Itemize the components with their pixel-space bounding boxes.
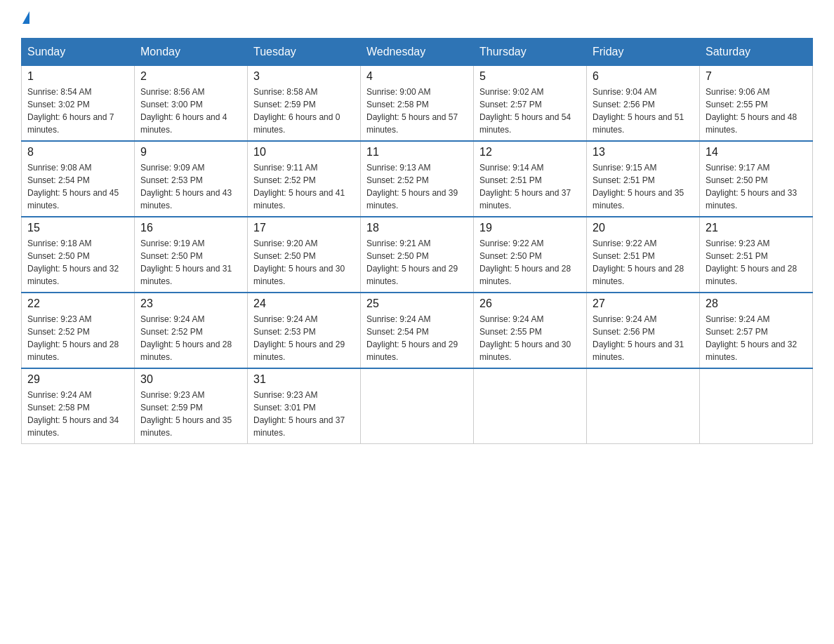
- day-number: 30: [140, 373, 241, 386]
- day-number: 24: [253, 297, 355, 310]
- day-number: 28: [706, 297, 807, 310]
- day-number: 16: [140, 222, 241, 234]
- day-info: Sunrise: 9:18 AMSunset: 2:50 PMDaylight:…: [27, 237, 128, 288]
- day-info: Sunrise: 9:08 AMSunset: 2:54 PMDaylight:…: [27, 161, 128, 212]
- day-number: 10: [253, 146, 355, 159]
- day-number: 4: [366, 70, 468, 83]
- day-number: 1: [27, 70, 128, 83]
- calendar-cell: 15Sunrise: 9:18 AMSunset: 2:50 PMDayligh…: [22, 217, 135, 293]
- calendar-cell: 25Sunrise: 9:24 AMSunset: 2:54 PMDayligh…: [361, 293, 474, 368]
- day-info: Sunrise: 8:58 AMSunset: 2:59 PMDaylight:…: [253, 86, 355, 136]
- day-number: 9: [140, 146, 241, 159]
- day-number: 7: [706, 70, 807, 83]
- day-number: 20: [593, 222, 694, 234]
- calendar-cell: 1Sunrise: 8:54 AMSunset: 3:02 PMDaylight…: [22, 66, 135, 142]
- calendar-cell: 5Sunrise: 9:02 AMSunset: 2:57 PMDaylight…: [474, 66, 587, 142]
- day-info: Sunrise: 9:23 AMSunset: 2:52 PMDaylight:…: [27, 313, 128, 363]
- day-number: 21: [706, 222, 807, 234]
- header-sunday: Sunday: [22, 39, 135, 66]
- day-info: Sunrise: 9:19 AMSunset: 2:50 PMDaylight:…: [140, 237, 241, 288]
- calendar-cell: 31Sunrise: 9:23 AMSunset: 3:01 PMDayligh…: [248, 368, 361, 444]
- day-info: Sunrise: 9:14 AMSunset: 2:51 PMDaylight:…: [479, 161, 581, 212]
- day-info: Sunrise: 9:24 AMSunset: 2:58 PMDaylight:…: [27, 389, 128, 439]
- calendar-cell: 10Sunrise: 9:11 AMSunset: 2:52 PMDayligh…: [248, 141, 361, 217]
- calendar-cell: 16Sunrise: 9:19 AMSunset: 2:50 PMDayligh…: [135, 217, 248, 293]
- day-info: Sunrise: 8:54 AMSunset: 3:02 PMDaylight:…: [27, 86, 128, 136]
- day-info: Sunrise: 9:24 AMSunset: 2:52 PMDaylight:…: [140, 313, 241, 363]
- calendar-cell: 19Sunrise: 9:22 AMSunset: 2:50 PMDayligh…: [474, 217, 587, 293]
- calendar-cell: 29Sunrise: 9:24 AMSunset: 2:58 PMDayligh…: [22, 368, 135, 444]
- day-info: Sunrise: 9:02 AMSunset: 2:57 PMDaylight:…: [479, 86, 581, 136]
- calendar-cell: 30Sunrise: 9:23 AMSunset: 2:59 PMDayligh…: [135, 368, 248, 444]
- week-row-4: 22Sunrise: 9:23 AMSunset: 2:52 PMDayligh…: [22, 293, 813, 368]
- day-number: 27: [593, 297, 694, 310]
- day-info: Sunrise: 9:24 AMSunset: 2:53 PMDaylight:…: [253, 313, 355, 363]
- calendar-cell: [587, 368, 700, 444]
- calendar-cell: 20Sunrise: 9:22 AMSunset: 2:51 PMDayligh…: [587, 217, 700, 293]
- day-info: Sunrise: 9:11 AMSunset: 2:52 PMDaylight:…: [253, 161, 355, 212]
- calendar-cell: 4Sunrise: 9:00 AMSunset: 2:58 PMDaylight…: [361, 66, 474, 142]
- day-info: Sunrise: 9:17 AMSunset: 2:50 PMDaylight:…: [706, 161, 807, 212]
- header-thursday: Thursday: [474, 39, 587, 66]
- day-info: Sunrise: 9:21 AMSunset: 2:50 PMDaylight:…: [366, 237, 468, 288]
- calendar-cell: [700, 368, 813, 444]
- day-info: Sunrise: 9:00 AMSunset: 2:58 PMDaylight:…: [366, 86, 468, 136]
- calendar-table: SundayMondayTuesdayWednesdayThursdayFrid…: [21, 38, 813, 444]
- calendar-cell: 26Sunrise: 9:24 AMSunset: 2:55 PMDayligh…: [474, 293, 587, 368]
- day-number: 19: [479, 222, 581, 234]
- day-info: Sunrise: 9:24 AMSunset: 2:57 PMDaylight:…: [706, 313, 807, 363]
- calendar-cell: [474, 368, 587, 444]
- calendar-cell: 3Sunrise: 8:58 AMSunset: 2:59 PMDaylight…: [248, 66, 361, 142]
- calendar-cell: 13Sunrise: 9:15 AMSunset: 2:51 PMDayligh…: [587, 141, 700, 217]
- header-friday: Friday: [587, 39, 700, 66]
- calendar-cell: [361, 368, 474, 444]
- calendar-header-row: SundayMondayTuesdayWednesdayThursdayFrid…: [22, 39, 813, 66]
- day-number: 3: [253, 70, 355, 83]
- day-info: Sunrise: 9:15 AMSunset: 2:51 PMDaylight:…: [593, 161, 694, 212]
- day-info: Sunrise: 9:13 AMSunset: 2:52 PMDaylight:…: [366, 161, 468, 212]
- header-wednesday: Wednesday: [361, 39, 474, 66]
- day-info: Sunrise: 9:22 AMSunset: 2:50 PMDaylight:…: [479, 237, 581, 288]
- week-row-5: 29Sunrise: 9:24 AMSunset: 2:58 PMDayligh…: [22, 368, 813, 444]
- day-info: Sunrise: 9:06 AMSunset: 2:55 PMDaylight:…: [706, 86, 807, 136]
- day-info: Sunrise: 9:04 AMSunset: 2:56 PMDaylight:…: [593, 86, 694, 136]
- day-number: 25: [366, 297, 468, 310]
- calendar-cell: 24Sunrise: 9:24 AMSunset: 2:53 PMDayligh…: [248, 293, 361, 368]
- calendar-cell: 23Sunrise: 9:24 AMSunset: 2:52 PMDayligh…: [135, 293, 248, 368]
- day-info: Sunrise: 9:22 AMSunset: 2:51 PMDaylight:…: [593, 237, 694, 288]
- calendar-cell: 28Sunrise: 9:24 AMSunset: 2:57 PMDayligh…: [700, 293, 813, 368]
- day-info: Sunrise: 9:23 AMSunset: 3:01 PMDaylight:…: [253, 389, 355, 439]
- calendar-cell: 9Sunrise: 9:09 AMSunset: 2:53 PMDaylight…: [135, 141, 248, 217]
- day-number: 12: [479, 146, 581, 159]
- week-row-1: 1Sunrise: 8:54 AMSunset: 3:02 PMDaylight…: [22, 66, 813, 142]
- day-info: Sunrise: 9:24 AMSunset: 2:54 PMDaylight:…: [366, 313, 468, 363]
- day-info: Sunrise: 9:20 AMSunset: 2:50 PMDaylight:…: [253, 237, 355, 288]
- calendar-cell: 18Sunrise: 9:21 AMSunset: 2:50 PMDayligh…: [361, 217, 474, 293]
- week-row-2: 8Sunrise: 9:08 AMSunset: 2:54 PMDaylight…: [22, 141, 813, 217]
- calendar-cell: 21Sunrise: 9:23 AMSunset: 2:51 PMDayligh…: [700, 217, 813, 293]
- day-number: 29: [27, 373, 128, 386]
- page-header: [21, 14, 813, 24]
- calendar-cell: 11Sunrise: 9:13 AMSunset: 2:52 PMDayligh…: [361, 141, 474, 217]
- day-info: Sunrise: 9:23 AMSunset: 2:59 PMDaylight:…: [140, 389, 241, 439]
- logo: [21, 14, 29, 24]
- calendar-cell: 27Sunrise: 9:24 AMSunset: 2:56 PMDayligh…: [587, 293, 700, 368]
- day-number: 13: [593, 146, 694, 159]
- day-info: Sunrise: 9:24 AMSunset: 2:56 PMDaylight:…: [593, 313, 694, 363]
- week-row-3: 15Sunrise: 9:18 AMSunset: 2:50 PMDayligh…: [22, 217, 813, 293]
- day-number: 11: [366, 146, 468, 159]
- day-number: 23: [140, 297, 241, 310]
- day-number: 17: [253, 222, 355, 234]
- day-number: 15: [27, 222, 128, 234]
- day-number: 8: [27, 146, 128, 159]
- day-number: 31: [253, 373, 355, 386]
- calendar-cell: 17Sunrise: 9:20 AMSunset: 2:50 PMDayligh…: [248, 217, 361, 293]
- calendar-cell: 22Sunrise: 9:23 AMSunset: 2:52 PMDayligh…: [22, 293, 135, 368]
- day-info: Sunrise: 9:24 AMSunset: 2:55 PMDaylight:…: [479, 313, 581, 363]
- header-tuesday: Tuesday: [248, 39, 361, 66]
- day-number: 18: [366, 222, 468, 234]
- header-monday: Monday: [135, 39, 248, 66]
- calendar-cell: 7Sunrise: 9:06 AMSunset: 2:55 PMDaylight…: [700, 66, 813, 142]
- calendar-cell: 14Sunrise: 9:17 AMSunset: 2:50 PMDayligh…: [700, 141, 813, 217]
- day-info: Sunrise: 8:56 AMSunset: 3:00 PMDaylight:…: [140, 86, 241, 136]
